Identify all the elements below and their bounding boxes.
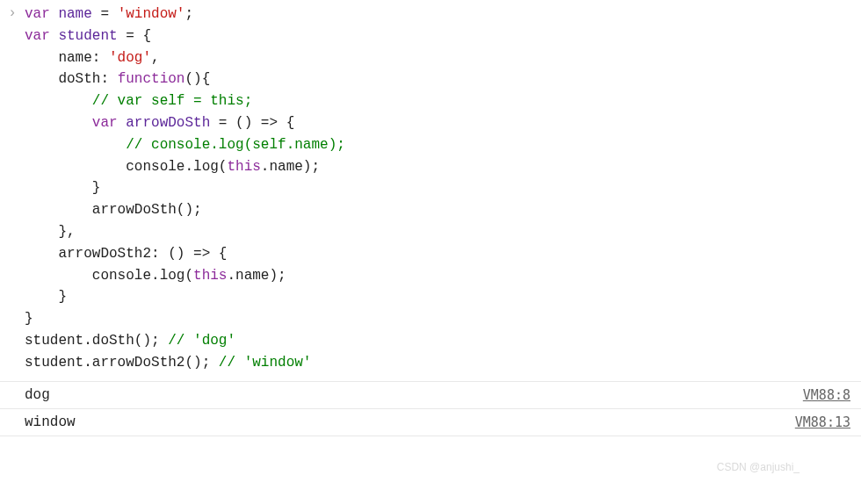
code-token: // 'window' — [219, 355, 312, 371]
code-token: 'dog' — [109, 50, 151, 66]
log-source-link[interactable]: VM88:13 — [795, 414, 850, 430]
code-token — [25, 137, 126, 153]
code-token: student.arrowDoSth2(); — [25, 355, 219, 371]
log-source-link[interactable]: VM88:8 — [803, 387, 850, 403]
code-token: console.log( — [25, 268, 193, 284]
code-token: console.log( — [25, 159, 227, 175]
code-token: var — [25, 6, 58, 22]
code-token: // 'dog' — [168, 333, 235, 349]
code-token: name: — [25, 50, 109, 66]
code-token: = { — [118, 28, 151, 44]
console-log-row: windowVM88:13 — [0, 409, 861, 436]
console-logs: dogVM88:8windowVM88:13 — [0, 382, 861, 436]
code-token: = — [92, 6, 118, 22]
code-token: function — [118, 71, 185, 87]
code-token: } — [25, 311, 33, 327]
code-token: arrowDoSth2: () => { — [25, 246, 227, 262]
code-token: arrowDoSth — [126, 115, 210, 131]
console-log-row: dogVM88:8 — [0, 382, 861, 409]
code-token — [25, 93, 92, 109]
code-token: ; — [184, 6, 193, 22]
log-text: dog — [25, 387, 803, 403]
code-token: .name); — [261, 159, 320, 175]
code-token: doSth: — [25, 71, 118, 87]
code-token: student — [58, 28, 117, 44]
code-token: var — [25, 28, 58, 44]
code-token: // console.log(self.name); — [126, 137, 345, 153]
code-token: this — [227, 159, 260, 175]
code-token: 'window' — [118, 6, 185, 22]
code-token: student.doSth(); — [25, 333, 168, 349]
prompt-icon: › — [0, 4, 25, 21]
code-token: , — [151, 50, 160, 66]
code-token: name — [58, 6, 91, 22]
code-token: arrowDoSth(); — [25, 202, 202, 218]
code-token: } — [25, 180, 100, 196]
code-token: = () => { — [210, 115, 294, 131]
log-text: window — [25, 414, 795, 430]
console-input-entry[interactable]: › var name = 'window'; var student = { n… — [0, 0, 861, 382]
code-token: this — [193, 268, 227, 284]
code-token: }, — [25, 224, 76, 240]
code-token: var — [92, 115, 126, 131]
code-token: .name); — [227, 268, 286, 284]
code-token — [25, 115, 92, 131]
code-token: } — [25, 289, 67, 305]
code-token: (){ — [184, 71, 210, 87]
console-panel: › var name = 'window'; var student = { n… — [0, 0, 861, 436]
code-token: // var self = this; — [92, 93, 252, 109]
code-block[interactable]: var name = 'window'; var student = { nam… — [25, 4, 854, 378]
